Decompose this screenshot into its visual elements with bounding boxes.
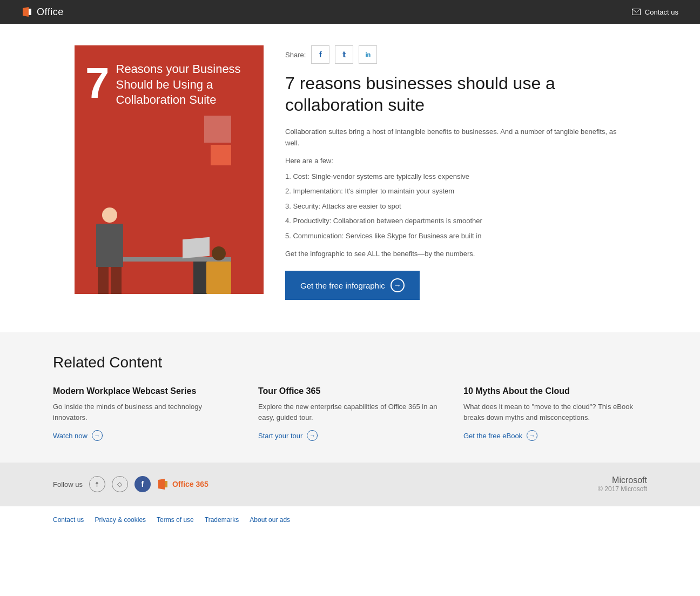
cta-button-label: Get the free infographic <box>300 281 385 290</box>
facebook-share-button[interactable]: f <box>311 45 329 64</box>
office365-label: Office 365 <box>172 480 208 488</box>
start-tour-label: Start your tour <box>258 432 302 440</box>
linkedin-icon: in <box>365 51 371 58</box>
ms-branding: Microsoft © 2017 Microsoft <box>598 476 647 493</box>
article-list: 1. Cost: Single-vendor systems are typic… <box>285 171 625 242</box>
promo-title: Reasons your Business Should be Using a … <box>116 62 253 108</box>
social2-icon: ◇ <box>117 480 122 488</box>
contact-us-button[interactable]: Contact us <box>632 8 678 16</box>
office365-icon <box>157 478 169 490</box>
list-item: 5. Communication: Services like Skype fo… <box>285 231 625 242</box>
share-row: Share: f 𝕥 in <box>285 45 625 64</box>
svg-marker-4 <box>158 479 165 490</box>
twitter-icon: 𝕥 <box>342 50 346 59</box>
svg-rect-5 <box>165 481 167 487</box>
promo-image: 7 Reasons your Business Should be Using … <box>75 45 264 294</box>
facebook-follow-button[interactable]: f <box>134 476 151 492</box>
left-column: 7 Reasons your Business Should be Using … <box>75 45 264 300</box>
footer-link-terms[interactable]: Terms of use <box>157 516 194 524</box>
office365-follow-button[interactable]: Office 365 <box>157 478 208 490</box>
get-ebook-label: Get the free eBook <box>463 432 522 440</box>
footer-links: Contact us Privacy & cookies Terms of us… <box>0 506 700 533</box>
footer-social: Follow us ☨ ◇ f Office 365 Microsoft © 2… <box>0 463 700 506</box>
list-item: 3. Security: Attacks are easier to spot <box>285 201 625 212</box>
related-grid: Modern Workplace Webcast Series Go insid… <box>53 386 647 441</box>
related-card-title-cloud: 10 Myths About the Cloud <box>463 386 647 396</box>
follow-row: Follow us ☨ ◇ f Office 365 <box>53 476 208 492</box>
footer-link-trademarks[interactable]: Trademarks <box>205 516 239 524</box>
footer-link-ads[interactable]: About our ads <box>250 516 290 524</box>
nav-logo[interactable]: Office <box>22 6 64 18</box>
envelope-icon <box>632 9 641 15</box>
start-tour-arrow-icon: → <box>307 430 318 441</box>
article-title: 7 reasons businesses should use a collab… <box>285 72 625 116</box>
related-card-cloud: 10 Myths About the Cloud What does it me… <box>463 386 647 441</box>
facebook-icon: f <box>319 50 322 59</box>
list-item: 2. Implementation: It's simpler to maint… <box>285 186 625 197</box>
office-logo-icon <box>22 6 32 17</box>
related-card-title-webcast: Modern Workplace Webcast Series <box>53 386 237 396</box>
article-cta-text: Get the infographic to see ALL the benef… <box>285 250 625 258</box>
related-title: Related Content <box>53 354 647 371</box>
social2-follow-button[interactable]: ◇ <box>112 476 128 492</box>
promo-number: 7 <box>85 62 110 105</box>
nav-logo-text: Office <box>37 6 64 18</box>
related-card-webcast: Modern Workplace Webcast Series Go insid… <box>53 386 237 441</box>
footer-link-privacy[interactable]: Privacy & cookies <box>95 516 146 524</box>
related-card-title-tour: Tour Office 365 <box>258 386 442 396</box>
nav-bar: Office Contact us <box>0 0 700 24</box>
related-card-desc-tour: Explore the new enterprise capabilities … <box>258 401 442 423</box>
watch-now-label: Watch now <box>53 432 88 440</box>
get-ebook-arrow-icon: → <box>527 430 537 441</box>
related-card-desc-webcast: Go inside the minds of business and tech… <box>53 401 237 423</box>
right-column: Share: f 𝕥 in 7 reasons businesses shoul… <box>285 45 625 300</box>
footer-link-contact[interactable]: Contact us <box>53 516 84 524</box>
ms-copyright: © 2017 Microsoft <box>598 485 647 493</box>
related-section: Related Content Modern Workplace Webcast… <box>0 332 700 463</box>
facebook-follow-icon: f <box>142 480 144 488</box>
twitter-share-button[interactable]: 𝕥 <box>335 45 353 64</box>
instagram-follow-button[interactable]: ☨ <box>89 476 105 492</box>
ms-name: Microsoft <box>598 476 647 485</box>
list-item: 1. Cost: Single-vendor systems are typic… <box>285 171 625 182</box>
people-illustration <box>75 132 264 294</box>
related-card-tour: Tour Office 365 Explore the new enterpri… <box>258 386 442 441</box>
get-infographic-button[interactable]: Get the free infographic → <box>285 271 420 300</box>
watch-now-link[interactable]: Watch now → <box>53 430 103 441</box>
svg-rect-2 <box>29 9 31 15</box>
main-content: 7 Reasons your Business Should be Using … <box>53 24 647 332</box>
linkedin-share-button[interactable]: in <box>359 45 377 64</box>
svg-marker-1 <box>23 7 29 17</box>
related-card-desc-cloud: What does it mean to "move to the cloud"… <box>463 401 647 423</box>
follow-label: Follow us <box>53 480 83 488</box>
share-label: Share: <box>285 51 306 59</box>
article-lead: Here are a few: <box>285 157 625 165</box>
get-ebook-link[interactable]: Get the free eBook → <box>463 430 537 441</box>
contact-label: Contact us <box>645 8 678 16</box>
watch-now-arrow-icon: → <box>92 430 103 441</box>
start-tour-link[interactable]: Start your tour → <box>258 430 318 441</box>
article-intro: Collaboration suites bring a host of int… <box>285 126 625 149</box>
instagram-icon: ☨ <box>95 480 99 488</box>
cta-arrow-icon: → <box>391 278 405 292</box>
list-item: 4. Productivity: Collaboration between d… <box>285 216 625 226</box>
